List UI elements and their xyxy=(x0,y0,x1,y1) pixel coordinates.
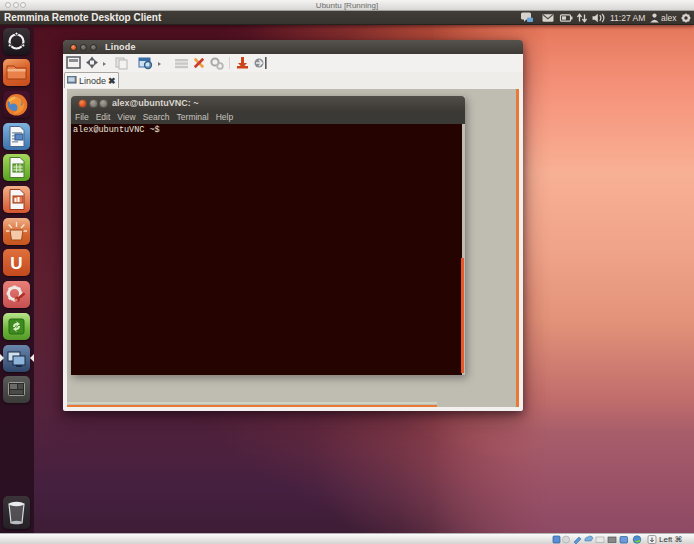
svg-text:U: U xyxy=(10,254,22,273)
